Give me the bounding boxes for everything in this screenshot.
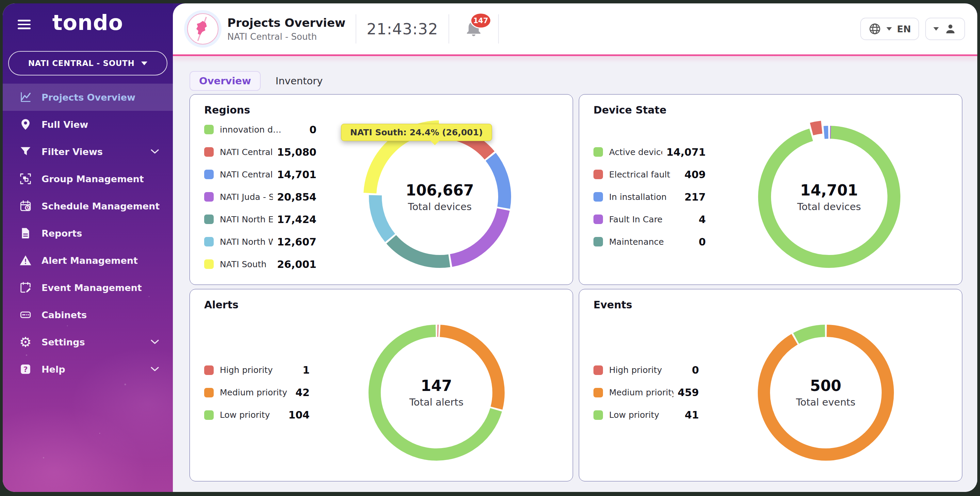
- legend-item[interactable]: NATI South26,001: [204, 257, 317, 271]
- page-title: Projects Overview: [227, 16, 345, 30]
- card-device-state: Device State Active devices14,071Electri…: [579, 94, 962, 285]
- warning-triangle-icon: [18, 253, 33, 268]
- legend-label: Fault In Care: [609, 214, 695, 224]
- language-button[interactable]: EN: [860, 18, 919, 40]
- legend-value: 409: [684, 169, 706, 181]
- sidebar-item-cabinets[interactable]: Cabinets: [3, 301, 173, 328]
- donut-segment[interactable]: [451, 209, 503, 260]
- legend-value: 14,071: [666, 146, 706, 158]
- profile-button[interactable]: [925, 18, 965, 40]
- legend-value: 1: [302, 364, 310, 376]
- legend-swatch: [204, 259, 214, 269]
- chart-legend: High priority0Medium priority459Low prio…: [593, 363, 699, 422]
- legend-value: 0: [309, 124, 317, 136]
- legend-label: Medium priority: [220, 388, 291, 398]
- svg-text:?: ?: [24, 365, 28, 374]
- card-title: Alerts: [204, 299, 563, 311]
- project-map-icon: [187, 13, 218, 44]
- tab-overview[interactable]: Overview: [189, 71, 261, 91]
- legend-item[interactable]: Electrical fault409: [593, 168, 706, 181]
- legend-swatch: [593, 237, 603, 246]
- donut-segment[interactable]: [764, 132, 894, 261]
- legend-value: 42: [295, 387, 310, 398]
- sidebar-item-event-management[interactable]: Event Management: [3, 274, 173, 301]
- legend-value: 41: [685, 409, 699, 421]
- chart-legend: High priority1Medium priority42Low prior…: [204, 363, 310, 422]
- legend-item[interactable]: NATI Juda - S…20,854: [204, 190, 317, 204]
- legend-item[interactable]: In installation217: [593, 190, 706, 204]
- legend-item[interactable]: NATI Central -…15,080: [204, 145, 317, 159]
- legend-label: Maintenance: [609, 237, 695, 247]
- legend-item[interactable]: NATI Central -…14,701: [204, 168, 317, 181]
- legend-value: 0: [698, 236, 706, 248]
- sidebar: tondo NATI CENTRAL - SOUTH Projects Over…: [3, 3, 173, 492]
- sidebar-item-filter-views[interactable]: Filter Views: [3, 138, 173, 165]
- donut-segment[interactable]: [764, 331, 888, 455]
- filter-icon: [18, 144, 33, 159]
- card-title: Events: [593, 299, 953, 311]
- legend-item[interactable]: High priority0: [593, 363, 699, 377]
- chevron-down-icon: [933, 27, 939, 31]
- donut-segment[interactable]: [375, 195, 390, 238]
- legend-value: 17,424: [277, 214, 317, 225]
- legend-item[interactable]: NATI North East17,424: [204, 212, 317, 226]
- donut-segment[interactable]: [391, 239, 449, 261]
- legend-item[interactable]: Maintenance0: [593, 235, 706, 249]
- legend-item[interactable]: Medium priority459: [593, 386, 699, 399]
- region-selector[interactable]: NATI CENTRAL - SOUTH: [8, 51, 167, 76]
- legend-value: 14,701: [277, 169, 317, 181]
- legend-swatch: [593, 192, 603, 201]
- legend-value: 26,001: [277, 258, 317, 270]
- legend-value: 0: [692, 364, 699, 376]
- header: Projects Overview NATI Central - South 2…: [173, 3, 977, 54]
- sidebar-item-projects-overview[interactable]: Projects Overview: [3, 84, 173, 111]
- header-right: EN: [860, 18, 965, 40]
- donut-segment[interactable]: [824, 132, 828, 133]
- legend-item[interactable]: Low priority41: [593, 408, 699, 422]
- notification-bell[interactable]: 147: [464, 19, 483, 39]
- legend-value: 4: [698, 214, 706, 225]
- legend-label: NATI South: [220, 259, 273, 269]
- legend-label: High priority: [220, 365, 298, 375]
- legend-item[interactable]: Low priority104: [204, 408, 310, 422]
- legend-item[interactable]: High priority1: [204, 363, 310, 377]
- legend-item[interactable]: Fault In Care4: [593, 212, 706, 226]
- sidebar-item-alert-management[interactable]: Alert Management: [3, 247, 173, 274]
- menu-icon[interactable]: [18, 20, 30, 32]
- sidebar-menu: Projects Overview Full View Filter Views…: [3, 84, 173, 383]
- legend-item[interactable]: NATI North W…12,607: [204, 235, 317, 249]
- sidebar-item-help[interactable]: ? Help: [3, 356, 173, 383]
- donut-chart[interactable]: 147 Total alerts: [310, 318, 563, 467]
- sidebar-item-group-management[interactable]: Group Management: [3, 165, 173, 192]
- legend-label: Low priority: [220, 410, 284, 420]
- sidebar-item-settings[interactable]: ⚙ Settings: [3, 328, 173, 356]
- page-subtitle: NATI Central - South: [227, 31, 345, 43]
- legend-item[interactable]: Active devices14,071: [593, 145, 706, 159]
- donut-segment[interactable]: [796, 331, 825, 338]
- line-chart-icon: [18, 90, 33, 105]
- donut-segment[interactable]: [811, 127, 821, 129]
- legend-swatch: [593, 214, 603, 224]
- group-icon: [18, 172, 33, 186]
- calendar-clock-icon: [18, 199, 33, 213]
- legend-swatch: [204, 366, 214, 375]
- sidebar-item-reports[interactable]: Reports: [3, 220, 173, 247]
- calendar-edit-icon: [18, 280, 33, 295]
- donut-chart[interactable]: 106,667 Total devices: [317, 119, 563, 275]
- legend-swatch: [204, 125, 214, 134]
- donut-segment[interactable]: [440, 331, 498, 408]
- legend-item[interactable]: innovation d…0: [204, 123, 317, 136]
- donut-chart[interactable]: 14,701 Total devices: [706, 119, 953, 275]
- legend-item[interactable]: Medium priority42: [204, 386, 310, 399]
- legend-swatch: [204, 192, 214, 201]
- legend-swatch: [204, 237, 214, 246]
- legend-label: NATI North W…: [220, 237, 273, 247]
- globe-icon: [869, 22, 881, 35]
- donut-chart[interactable]: 500 Total events: [699, 318, 953, 467]
- sidebar-item-schedule-management[interactable]: Schedule Management: [3, 192, 173, 220]
- donut-segment[interactable]: [491, 157, 504, 208]
- sidebar-item-full-view[interactable]: Full View: [3, 111, 173, 138]
- clock: 21:43:32: [366, 20, 438, 38]
- legend-label: Electrical fault: [609, 170, 680, 179]
- tab-inventory[interactable]: Inventory: [274, 72, 325, 90]
